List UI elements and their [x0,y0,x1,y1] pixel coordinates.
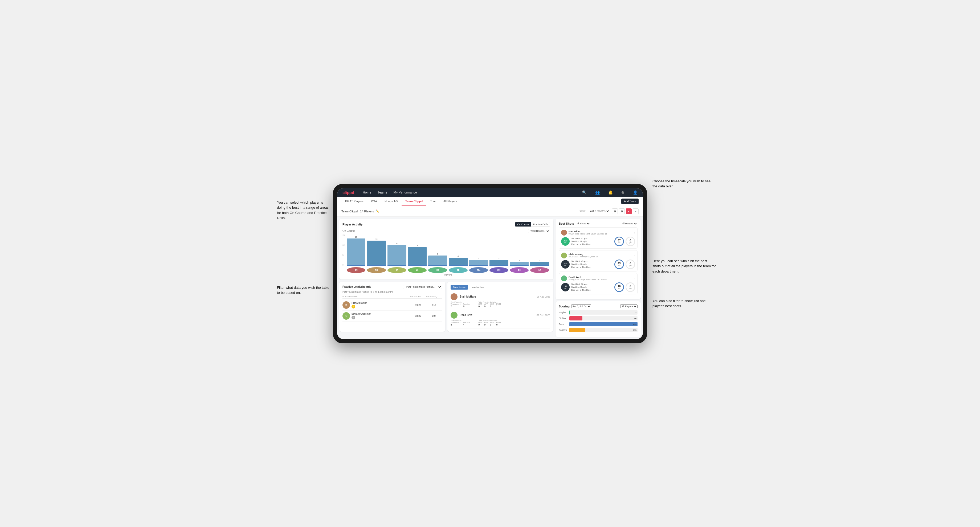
shot-stat-primary: 16 yds [614,283,624,292]
tab-team-clippd[interactable]: Team Clippd [402,197,426,206]
best-shots-header: Best Shots All Shots All Players [559,222,638,225]
bar[interactable] [530,262,549,266]
sub-nav: PGAT Players PGA Hcaps 1-5 Team Clippd T… [337,197,643,206]
bar[interactable] [387,245,406,266]
nav-home[interactable]: Home [363,190,371,194]
tab-pgat-players[interactable]: PGAT Players [341,197,367,206]
ap-total-rounds-label: Total Rounds [450,320,470,322]
bar-group: 2 [510,259,529,266]
bar[interactable] [510,262,529,266]
shot-info: Shot Dist: 16 ydsStart Lie: RoughEnd Lie… [571,283,613,292]
grid2-view-button[interactable]: ⊟ [619,208,625,214]
ap-arg-value: 0 [490,323,494,326]
player-avatar[interactable]: GB [449,267,468,273]
shot-card[interactable]: Blair McHarg 23 Jul 2023 · Ashridge GC, … [559,250,638,271]
shot-player-info: David Ford 24 Aug 2023 · Royal North Dev… [568,276,607,281]
tab-all-players[interactable]: All Players [440,197,461,206]
player-avatar[interactable]: EC [510,267,529,273]
bar-value: 2 [519,259,520,261]
users-icon[interactable]: 👥 [595,190,600,195]
drill-select[interactable]: PUTT Must Make Putting... [403,285,442,289]
ap-gtt-group: GTT 0 [478,303,482,308]
nav-my-performance[interactable]: My Performance [394,190,417,194]
ap-name: Rees Britt [460,314,472,316]
scoring-bar-value: 96 [634,317,636,319]
player-avatar[interactable]: BM [347,267,366,273]
chevron-right-icon: › [634,276,635,280]
nav-teams[interactable]: Teams [378,190,387,194]
search-icon[interactable]: 🔍 [582,190,587,195]
scoring-par-filter[interactable]: Par 3, 4 & 5s [571,305,591,308]
tab-tour[interactable]: Tour [426,197,439,206]
player-avatar[interactable]: DF [387,267,406,273]
bar[interactable] [408,247,427,266]
scoring-bar-bg: 96 [570,316,638,321]
bar-group: 13 [347,236,366,266]
ap-gtt-group: GTT 0 [478,322,482,326]
top-nav: clippd Home Teams My Performance 🔍 👥 🔔 ⊕… [337,188,643,197]
bar[interactable] [367,241,386,266]
bar[interactable] [428,256,447,266]
right-column: Best Shots All Shots All Players Matt Mi… [555,219,641,337]
lb-col-score: PB SCORE [410,295,426,298]
player-avatar[interactable]: EE [428,267,447,273]
tab-pga[interactable]: PGA [367,197,381,206]
player-avatar[interactable]: RB [367,267,386,273]
player-avatar[interactable]: MM [490,267,508,273]
all-players-filter[interactable]: All Players [621,222,638,225]
bar-accent [408,265,427,266]
heart-view-button[interactable]: ♥ [626,208,632,214]
lb-col-player: PLAYER NAME [342,295,410,298]
add-icon[interactable]: ⊕ [621,190,625,195]
lb-row[interactable]: R Richard Butler 1 19/20 110 [342,300,442,311]
scoring-bar-fill [570,316,582,321]
player-avatar[interactable]: LR [530,267,549,273]
all-shots-filter[interactable]: All Shots [576,222,590,225]
ap-tournament-value: 7 [450,305,460,308]
tab-hcaps[interactable]: Hcaps 1-5 [381,197,402,206]
profile-icon[interactable]: 👤 [633,190,638,195]
grid-view-button[interactable]: ⊞ [612,208,618,214]
shot-cards: Matt Miller 09 Jun 2023 · Royal North De… [559,227,638,294]
annotation-top-left: You can select which player is doing the… [277,200,330,221]
shot-details: 198 SG Shot Dist: 16 ydsStart Lie: Rough… [561,283,635,292]
player-activity-card: Player Activity On Course Practice Drill… [339,219,554,279]
bar[interactable] [449,258,468,266]
scoring-bar-label: Bogeys [559,329,570,332]
activity-tabs: Most Active Least Active [450,285,550,290]
bar[interactable] [469,260,488,266]
player-activity-header: Player Activity On Course Practice Drill… [342,222,550,227]
shot-info-text: Shot Dist: 43 ydsStart Lie: RoughEnd Lie… [571,260,613,269]
practice-leaderboard-card: Practice Leaderboards PUTT Must Make Put… [339,282,445,332]
bar[interactable] [347,238,366,266]
on-course-toggle[interactable]: On Course [515,222,531,227]
player-activity-title: Player Activity [342,223,363,226]
bar-value: 13 [355,236,357,238]
player-avatar[interactable]: JC [408,267,427,273]
scoring-players-filter[interactable]: All Players [620,305,638,308]
edit-icon[interactable]: ✏️ [375,210,379,213]
ap-practice-value: 4 [463,323,470,326]
list-view-button[interactable]: ≡ [633,208,639,214]
practice-drills-toggle[interactable]: Practice Drills [531,222,550,227]
player-avatar[interactable]: RBu [469,267,488,273]
total-rounds-select[interactable]: Total Rounds GIR Putts [528,229,550,233]
add-team-button[interactable]: Add Team [621,198,639,204]
bar[interactable] [490,260,508,266]
ap-arg-value: 0 [490,305,494,308]
chevron-right-icon: › [634,254,635,257]
stat-zero-num: 0 [630,285,631,288]
lb-row[interactable]: E Edward Crossman 2 18/20 107 [342,311,442,322]
shot-details: 200 SG Shot Dist: 43 ydsStart Lie: Rough… [561,259,635,269]
time-range-select[interactable]: Last 3 months Last month Last 6 months L… [588,210,610,213]
ap-arg-group: ARG 0 [490,303,494,308]
least-active-tab[interactable]: Least Active [468,285,487,290]
most-active-tab[interactable]: Most Active [450,285,468,290]
bell-icon[interactable]: 🔔 [608,190,613,195]
annotation-bottom-right: You can also filter to show just one pla… [652,298,716,309]
shot-stat-secondary: 0 yds [625,283,635,292]
show-label: Show: [579,210,586,213]
shot-card[interactable]: David Ford 24 Aug 2023 · Royal North Dev… [559,273,638,294]
shot-card[interactable]: Matt Miller 09 Jun 2023 · Royal North De… [559,227,638,249]
bar-group: 3 [469,257,488,266]
